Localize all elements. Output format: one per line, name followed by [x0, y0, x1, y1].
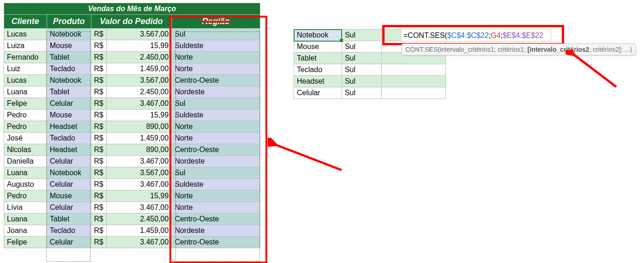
cell-valor[interactable]: 2.450,00: [107, 214, 172, 225]
criteria-result[interactable]: [381, 76, 445, 87]
header-cliente[interactable]: Cliente: [4, 15, 47, 29]
cell-currency[interactable]: R$: [91, 167, 107, 179]
cell-currency[interactable]: R$: [91, 156, 107, 167]
cell-currency[interactable]: R$: [91, 52, 107, 63]
cell-valor[interactable]: 15,99: [107, 110, 172, 121]
cell-regiao[interactable]: Centro-Oeste: [172, 237, 260, 248]
formula-editing-cell[interactable]: =CONT.SES( $C$4:$C$22 ; G4 ; $E$4:$E$22: [401, 29, 551, 42]
table-row[interactable]: NicolasHeadsetR$890,00Centro-Oeste: [4, 144, 260, 156]
cell-valor[interactable]: 2.450,00: [107, 86, 172, 98]
criteria-produto[interactable]: Teclado: [294, 64, 342, 76]
criteria-row[interactable]: HeadsetSul: [294, 76, 446, 87]
cell-produto[interactable]: Celular: [47, 237, 91, 248]
header-regiao[interactable]: Região: [172, 15, 260, 29]
drag-handle-icon[interactable]: [340, 39, 343, 42]
cell-currency[interactable]: R$: [91, 237, 107, 248]
table-row[interactable]: DaniellaCelularR$3.467,00Nordeste: [4, 156, 260, 167]
criteria-regiao[interactable]: Sul: [342, 87, 381, 99]
criteria-produto[interactable]: Tablet: [294, 53, 342, 64]
criteria-produto[interactable]: Celular: [294, 87, 342, 99]
cell-produto[interactable]: Celular: [47, 202, 91, 214]
criteria-regiao[interactable]: Sul: [342, 64, 381, 76]
cell-cliente[interactable]: Luiz: [4, 63, 47, 75]
cell-regiao[interactable]: Suldeste: [172, 179, 260, 190]
cell-produto[interactable]: Notebook: [47, 167, 91, 179]
criteria-result[interactable]: [381, 64, 445, 76]
table-row[interactable]: FelipeCelularR$3.467,00Centro-Oeste: [4, 237, 260, 248]
cell-produto[interactable]: Headset: [47, 144, 91, 156]
cell-valor[interactable]: 3.467,00: [107, 202, 172, 214]
header-valor[interactable]: Valor do Pedido: [91, 15, 172, 29]
cell-valor[interactable]: 3.567,00: [107, 75, 172, 86]
cell-valor[interactable]: 3.467,00: [107, 179, 172, 190]
cell-cliente[interactable]: Luana: [4, 167, 47, 179]
cell-produto[interactable]: Tablet: [47, 214, 91, 225]
cell-valor[interactable]: 1.459,00: [107, 133, 172, 144]
table-row[interactable]: PedroHeadsetR$890,00Norte: [4, 121, 260, 133]
cell-cliente[interactable]: Pedro: [4, 190, 47, 202]
table-row[interactable]: JoanaTecladoR$1.459,00Nordeste: [4, 225, 260, 237]
criteria-regiao[interactable]: Sul: [342, 76, 381, 87]
cell-cliente[interactable]: Fernando: [4, 52, 47, 63]
table-row[interactable]: FelipeCelularR$3.467,00Sul: [4, 98, 260, 110]
cell-cliente[interactable]: Augusto: [4, 179, 47, 190]
table-row[interactable]: AugustoCelularR$3.467,00Suldeste: [4, 179, 260, 190]
cell-valor[interactable]: 890,00: [107, 144, 172, 156]
cell-currency[interactable]: R$: [91, 29, 107, 40]
cell-cliente[interactable]: Luana: [4, 86, 47, 98]
cell-regiao[interactable]: Norte: [172, 52, 260, 63]
cell-currency[interactable]: R$: [91, 179, 107, 190]
cell-currency[interactable]: R$: [91, 40, 107, 52]
cell-regiao[interactable]: Sul: [172, 98, 260, 110]
cell-currency[interactable]: R$: [91, 202, 107, 214]
cell-produto[interactable]: Tablet: [47, 86, 91, 98]
criteria-produto[interactable]: Notebook: [294, 30, 342, 41]
cell-produto[interactable]: Mouse: [47, 110, 91, 121]
cell-regiao[interactable]: Centro-Oeste: [172, 75, 260, 86]
cell-regiao[interactable]: Norte: [172, 63, 260, 75]
table-row[interactable]: PedroMouseR$15,99Suldeste: [4, 110, 260, 121]
cell-cliente[interactable]: Lívia: [4, 202, 47, 214]
cell-currency[interactable]: R$: [91, 98, 107, 110]
cell-produto[interactable]: Notebook: [47, 75, 91, 86]
cell-valor[interactable]: 1.459,00: [107, 63, 172, 75]
cell-produto[interactable]: Teclado: [47, 225, 91, 237]
cell-produto[interactable]: Teclado: [47, 133, 91, 144]
criteria-regiao[interactable]: Sul: [342, 41, 381, 53]
cell-cliente[interactable]: Felipe: [4, 98, 47, 110]
header-produto[interactable]: Produto: [47, 15, 91, 29]
cell-cliente[interactable]: Felipe: [4, 237, 47, 248]
table-row[interactable]: LuanaTabletR$2.450,00Centro-Oeste: [4, 214, 260, 225]
cell-regiao[interactable]: Suldeste: [172, 40, 260, 52]
cell-produto[interactable]: Headset: [47, 121, 91, 133]
cell-regiao[interactable]: Sul: [172, 29, 260, 40]
cell-currency[interactable]: R$: [91, 121, 107, 133]
cell-currency[interactable]: R$: [91, 190, 107, 202]
cell-produto[interactable]: Notebook: [47, 29, 91, 40]
cell-cliente[interactable]: José: [4, 133, 47, 144]
table-row[interactable]: LuanaTabletR$2.450,00Nordeste: [4, 86, 260, 98]
cell-produto[interactable]: Mouse: [47, 40, 91, 52]
cell-produto[interactable]: Teclado: [47, 63, 91, 75]
cell-cliente[interactable]: Pedro: [4, 121, 47, 133]
table-row[interactable]: JoséTecladoR$1.459,00Norte: [4, 133, 260, 144]
cell-currency[interactable]: R$: [91, 75, 107, 86]
cell-cliente[interactable]: Luiza: [4, 40, 47, 52]
cell-regiao[interactable]: Norte: [172, 133, 260, 144]
cell-cliente[interactable]: Nicolas: [4, 144, 47, 156]
cell-currency[interactable]: R$: [91, 63, 107, 75]
cell-currency[interactable]: R$: [91, 144, 107, 156]
cell-valor[interactable]: 15,99: [107, 40, 172, 52]
cell-regiao[interactable]: Centro-Oeste: [172, 144, 260, 156]
criteria-produto[interactable]: Headset: [294, 76, 342, 87]
cell-valor[interactable]: 890,00: [107, 121, 172, 133]
criteria-regiao[interactable]: Sul: [342, 30, 381, 41]
cell-valor[interactable]: 3.567,00: [107, 167, 172, 179]
cell-valor[interactable]: 3.567,00: [107, 29, 172, 40]
cell-cliente[interactable]: Joana: [4, 225, 47, 237]
cell-valor[interactable]: 3.467,00: [107, 98, 172, 110]
cell-produto[interactable]: Celular: [47, 98, 91, 110]
cell-regiao[interactable]: Norte: [172, 121, 260, 133]
cell-valor[interactable]: 15,99: [107, 190, 172, 202]
cell-produto[interactable]: Celular: [47, 156, 91, 167]
